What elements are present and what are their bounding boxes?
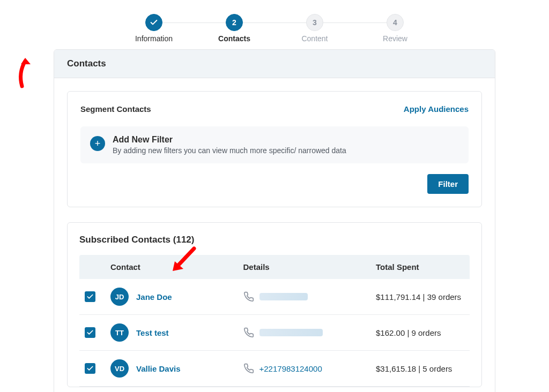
segment-contacts-title: Segment Contacts: [80, 104, 151, 114]
step-number: 3: [306, 14, 323, 31]
step-number: 4: [387, 14, 404, 31]
add-filter-description: By adding new filters you can view much …: [113, 146, 346, 155]
table-row: JD Jane Doe $111,791.14 | 39 orders: [79, 279, 470, 315]
phone-icon: [243, 363, 254, 374]
step-label: Contacts: [218, 34, 250, 43]
step-label: Review: [383, 34, 407, 43]
total-spent-cell: $31,615.18 | 5 orders: [370, 351, 470, 387]
table-row: TT Test test $162.00 | 9 orders: [79, 315, 470, 351]
segment-contacts-panel: Segment Contacts Apply Audiences + Add N…: [67, 91, 482, 207]
contacts-page: Contacts Segment Contacts Apply Audience…: [54, 49, 495, 392]
apply-audiences-link[interactable]: Apply Audiences: [404, 104, 469, 114]
step-review[interactable]: 4 Review: [355, 14, 435, 43]
contact-name-link[interactable]: Jane Doe: [136, 292, 172, 301]
phone-redacted: [259, 329, 323, 336]
contact-checkbox[interactable]: [85, 291, 95, 302]
table-header-row: Contact Details Total Spent: [79, 255, 470, 279]
phone-icon: [243, 291, 254, 302]
avatar: VD: [110, 359, 129, 378]
add-filter-title: Add New Filter: [113, 135, 346, 145]
contacts-table: Contact Details Total Spent: [79, 255, 470, 387]
add-filter-row[interactable]: + Add New Filter By adding new filters y…: [80, 126, 469, 163]
check-icon: [145, 14, 162, 31]
total-spent-cell: $111,791.14 | 39 orders: [370, 279, 470, 315]
contact-name-link[interactable]: Vallie Davis: [136, 364, 181, 373]
subscribed-contacts-panel: Subscribed Contacts (112) Contact Detail…: [67, 222, 482, 387]
step-contacts[interactable]: 2 Contacts: [194, 14, 274, 43]
step-label: Content: [301, 34, 328, 43]
filter-button[interactable]: Filter: [427, 174, 469, 194]
total-spent-cell: $162.00 | 9 orders: [370, 315, 470, 351]
page-body: Segment Contacts Apply Audiences + Add N…: [54, 78, 495, 392]
contact-checkbox[interactable]: [85, 363, 95, 374]
avatar: JD: [110, 288, 129, 306]
contact-checkbox[interactable]: [85, 327, 95, 338]
wizard-stepper: Information 2 Contacts 3 Content 4 Revie…: [0, 0, 549, 49]
page-title: Contacts: [54, 50, 495, 78]
column-contact: Contact: [105, 255, 238, 279]
contact-name-link[interactable]: Test test: [136, 328, 169, 337]
column-total-spent: Total Spent: [370, 255, 470, 279]
step-label: Information: [135, 34, 173, 43]
step-number: 2: [226, 14, 243, 31]
phone-redacted: [259, 293, 308, 300]
plus-icon[interactable]: +: [90, 136, 105, 151]
step-information[interactable]: Information: [114, 14, 194, 43]
subscribed-contacts-title: Subscribed Contacts (112): [79, 235, 470, 245]
phone-link[interactable]: +2217983124000: [259, 364, 322, 373]
phone-icon: [243, 327, 254, 338]
column-details: Details: [238, 255, 371, 279]
step-content[interactable]: 3 Content: [274, 14, 355, 43]
table-row: VD Vallie Davis +2217983124000 $31,615.1: [79, 351, 470, 387]
avatar: TT: [110, 323, 129, 342]
